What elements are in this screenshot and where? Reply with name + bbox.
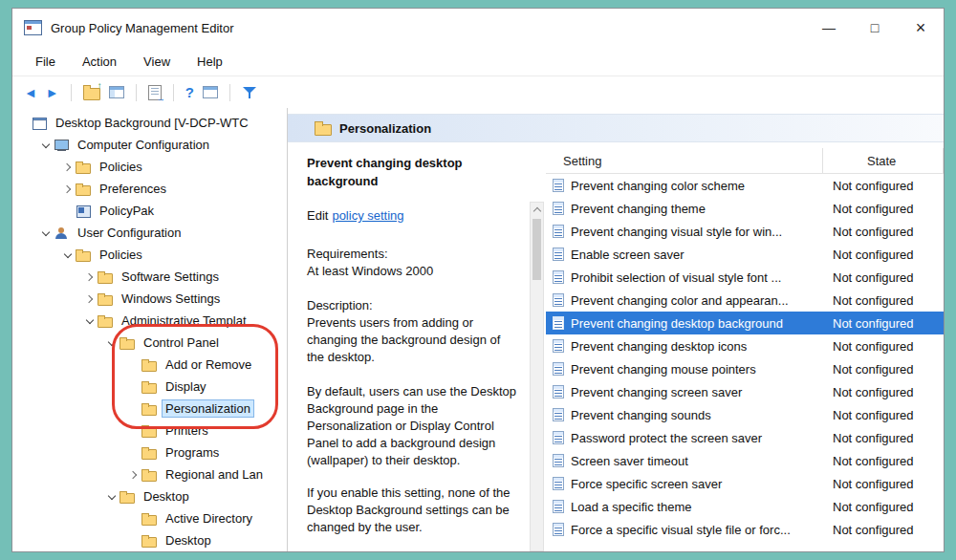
policy-setting-row[interactable]: Prevent changing visual style for win...… [546,220,944,243]
maximize-button[interactable]: □ [852,9,898,47]
folder-icon [141,534,158,548]
toolbar: ◄ ► ? [12,76,944,109]
tree-item-regional-and-language[interactable]: Regional and Lan [12,463,287,485]
policy-setting-row[interactable]: Prevent changing color and appearan...No… [546,289,944,312]
chevron-right-icon[interactable] [128,468,141,482]
policy-setting-row[interactable]: Force a specific visual style file or fo… [546,518,944,541]
menu-bar: File Action View Help [12,47,944,76]
edit-policy-setting-link[interactable]: policy setting [332,208,403,223]
folder-icon [141,468,158,482]
policy-setting-icon [553,179,564,192]
forward-icon[interactable]: ► [46,86,59,99]
tree-item-programs[interactable]: Programs [12,442,287,463]
export-list-icon[interactable] [148,85,162,100]
scroll-up-arrow-icon[interactable] [531,203,543,217]
chevron-right-icon[interactable] [62,161,76,174]
selected-setting-title: Prevent changing desktop background [307,154,519,190]
policy-setting-row[interactable]: Password protect the screen saverNot con… [546,426,944,449]
tree-item-label: Printers [163,422,211,439]
chevron-down-icon[interactable] [106,490,120,504]
tree-item-administrative-templates[interactable]: Administrative Templat [12,310,287,332]
tree-item-preferences[interactable]: Preferences [12,178,287,200]
setting-name: Force a specific visual style file or fo… [571,523,823,537]
chevron-down-icon[interactable] [106,336,120,350]
tree-item-computer-configuration[interactable]: Computer Configuration [12,134,287,156]
tree-item-software-settings[interactable]: Software Settings [12,266,287,288]
expander-icon [128,512,141,526]
tree-item-label: Desktop [163,532,214,549]
up-folder-icon[interactable] [83,88,100,100]
policy-setting-row[interactable]: Prevent changing screen saverNot configu… [546,380,944,403]
setting-name: Load a specific theme [571,500,823,514]
policy-setting-row[interactable]: Prevent changing soundsNot configured [546,403,944,426]
tree-item-desktop-background-root[interactable]: Desktop Background [V-DCP-WTC [12,112,287,134]
title-bar: Group Policy Management Editor — □ × [12,9,944,47]
setting-state: Not configured [823,339,944,354]
policy-setting-row[interactable]: Load a specific themeNot configured [546,495,944,518]
tree-item-policypak[interactable]: PolicyPak [12,200,287,222]
menu-view[interactable]: View [143,54,170,69]
tree-item-user-configuration[interactable]: User Configuration [12,222,287,244]
tree-item-desktop[interactable]: Desktop [12,529,287,551]
chevron-down-icon[interactable] [40,226,54,240]
policy-setting-icon [553,523,564,536]
tree-item-printers[interactable]: Printers [12,420,287,442]
edit-policy-line: Editpolicy setting [307,207,519,225]
policy-setting-row[interactable]: Screen saver timeoutNot configured [546,449,944,472]
minimize-button[interactable]: — [806,9,852,47]
tree-item-policies-computer[interactable]: Policies [12,156,287,178]
menu-action[interactable]: Action [82,54,117,69]
chevron-down-icon[interactable] [40,139,54,152]
chevron-right-icon[interactable] [84,292,98,306]
column-header-setting[interactable]: Setting [546,148,823,173]
tree-item-label: Active Directory [163,510,255,527]
back-icon[interactable]: ◄ [24,86,37,99]
policy-setting-icon [553,270,564,284]
tree-item-policies-user[interactable]: Policies [12,244,287,266]
policy-setting-icon [553,454,564,467]
settings-rows: Prevent changing color schemeNot configu… [546,174,944,551]
tree-item-personalization[interactable]: Personalization [12,398,287,420]
tree-item-active-directory[interactable]: Active Directory [12,507,287,529]
chevron-right-icon[interactable] [84,270,98,284]
tree-item-label: Preferences [97,181,169,197]
policy-setting-row[interactable]: Force specific screen saverNot configure… [546,472,944,495]
description-paragraph: By default, users can use the Desktop Ba… [307,383,519,469]
description-scrollbar[interactable] [530,202,544,551]
column-header-state[interactable]: State [823,148,944,173]
tree-item-windows-settings[interactable]: Windows Settings [12,288,287,310]
tree-item-control-panel[interactable]: Control Panel [12,332,287,354]
setting-name: Prevent changing desktop background [571,316,823,331]
chevron-down-icon[interactable] [84,314,98,328]
tree-item-display[interactable]: Display [12,376,287,398]
folder-icon [141,446,158,460]
policy-setting-icon [553,431,564,444]
filter-icon[interactable] [242,86,257,99]
help-icon[interactable]: ? [185,85,194,99]
setting-state: Not configured [823,293,944,308]
menu-file[interactable]: File [35,54,55,69]
console-tree-toggle-icon[interactable] [109,86,124,98]
policy-setting-row[interactable]: Prevent changing mouse pointersNot confi… [546,357,944,380]
policy-setting-row[interactable]: Prohibit selection of visual style font … [546,266,944,289]
tree-item-desktop-folder[interactable]: Desktop [12,485,287,507]
chevron-right-icon[interactable] [62,183,76,196]
policy-setting-row[interactable]: Enable screen saverNot configured [546,243,944,266]
folder-icon [141,402,158,416]
scrollbar-thumb[interactable] [532,219,541,280]
policy-setting-row-selected[interactable]: Prevent changing desktop backgroundNot c… [546,312,944,334]
policy-setting-row[interactable]: Prevent changing desktop iconsNot config… [546,334,944,357]
menu-help[interactable]: Help [197,54,223,69]
close-button[interactable]: × [898,9,944,47]
properties-window-icon[interactable] [203,86,218,98]
setting-state: Not configured [823,225,944,239]
tree-item-label: Programs [163,444,222,461]
policy-setting-row[interactable]: Prevent changing themeNot configured [546,197,944,220]
chevron-down-icon[interactable] [62,248,76,262]
description-paragraph: If you enable this setting, none of the … [307,485,519,536]
policy-setting-row[interactable]: Prevent changing color schemeNot configu… [546,174,944,197]
folder-icon [76,248,92,262]
tree-item-add-or-remove[interactable]: Add or Remove [12,354,287,376]
folder-icon [120,336,136,350]
tree-item-label: Display [163,378,209,395]
